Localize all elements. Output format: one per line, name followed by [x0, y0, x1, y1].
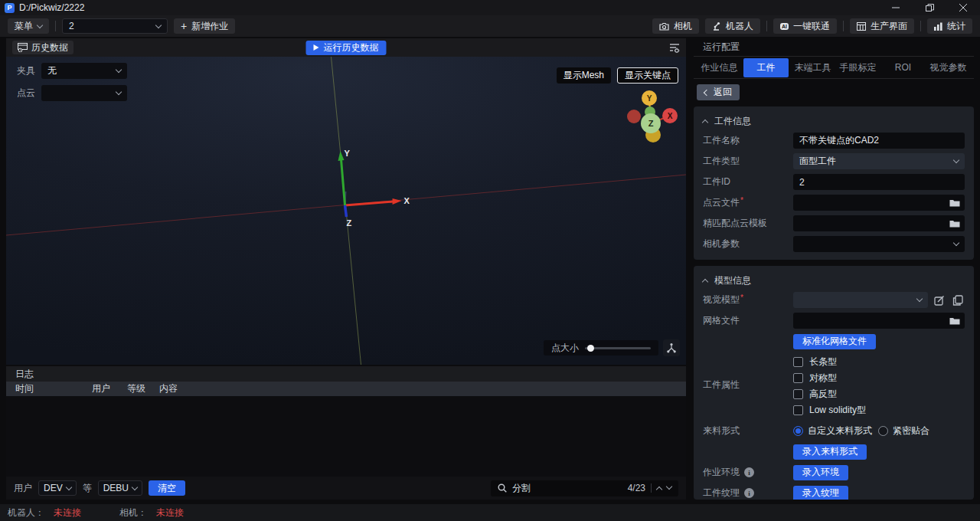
log-body[interactable] — [6, 396, 686, 477]
point-size-label: 点大小 — [551, 342, 579, 355]
workpiece-name-input[interactable] — [793, 133, 965, 149]
log-level-filter-select[interactable]: DEBU — [98, 480, 142, 496]
fixture-select-value: 无 — [47, 64, 116, 77]
viewport-selectors: 夹具 无 点云 — [17, 63, 127, 101]
chevron-down-icon — [116, 89, 122, 95]
checkbox-long-strip[interactable] — [793, 357, 803, 367]
robot-button[interactable]: 机器人 — [705, 18, 760, 34]
search-next-icon[interactable] — [666, 483, 672, 490]
menubar-right: 相机 机器人 AI 一键联通 生产界面 统计 — [652, 18, 972, 34]
workpiece-info-header[interactable]: 工件信息 — [703, 113, 965, 129]
folder-icon[interactable] — [949, 198, 960, 207]
mesh-file-label: 网格文件 — [703, 314, 793, 327]
job-select[interactable]: 2 — [62, 18, 168, 34]
search-prev-icon[interactable] — [656, 486, 662, 492]
chevron-down-icon — [916, 296, 923, 302]
tab-end-tool[interactable]: 末端工具 — [790, 58, 835, 77]
model-info-header[interactable]: 模型信息 — [703, 272, 965, 289]
info-icon[interactable]: i — [744, 467, 754, 477]
tab-job-info[interactable]: 作业信息 — [697, 58, 742, 77]
record-texture-button[interactable]: 录入纹理 — [793, 486, 848, 500]
workpiece-type-select[interactable]: 面型工件 — [793, 153, 965, 169]
z-axis-label: Z — [347, 218, 352, 228]
app-window: P D:/Pickwiz/2222 菜单 2 + 新增作业 — [0, 0, 980, 521]
clear-log-button[interactable]: 清空 — [149, 480, 185, 496]
collapse-icon — [702, 278, 708, 284]
display-settings-icon[interactable] — [668, 43, 680, 53]
vision-model-select[interactable] — [793, 292, 928, 308]
log-title: 日志 — [6, 366, 686, 382]
folder-icon[interactable] — [949, 316, 960, 325]
show-mesh-button[interactable]: 显示Mesh — [557, 67, 611, 84]
folder-icon[interactable] — [949, 219, 960, 228]
fit-view-button[interactable] — [663, 339, 680, 356]
tab-hand-eye-calib[interactable]: 手眼标定 — [835, 58, 880, 77]
bar-chart-icon — [934, 22, 942, 31]
chevron-down-icon — [116, 67, 122, 73]
show-keypoints-button[interactable]: 显示关键点 — [617, 67, 678, 84]
record-feed-form-button[interactable]: 录入来料形式 — [793, 444, 867, 460]
pointcloud-file-input[interactable] — [793, 195, 965, 211]
viewport-toolbar: 历史数据 运行历史数据 — [6, 38, 686, 57]
checkbox-symmetric[interactable] — [793, 373, 803, 383]
log-search-input[interactable] — [512, 483, 622, 493]
divider — [766, 21, 767, 31]
new-job-button[interactable]: + 新增作业 — [174, 18, 235, 34]
run-history-button[interactable]: 运行历史数据 — [306, 41, 387, 55]
world-axes: X Y Z — [6, 57, 686, 365]
record-env-button[interactable]: 录入环境 — [793, 465, 848, 480]
workpiece-id-input[interactable] — [793, 174, 965, 190]
camera-button[interactable]: 相机 — [652, 18, 699, 34]
log-user-filter-label: 用户 — [14, 482, 32, 495]
maximize-button[interactable] — [913, 0, 946, 15]
menubar: 菜单 2 + 新增作业 相机 机器人 AI 一键联通 — [0, 15, 980, 37]
model-info-card: 模型信息 视觉模型* — [694, 266, 974, 500]
grid-icon — [857, 22, 866, 31]
job-select-value: 2 — [69, 21, 156, 31]
new-job-label: 新增作业 — [191, 20, 228, 33]
restore-icon — [926, 4, 934, 12]
main-content: 历史数据 运行历史数据 — [0, 37, 980, 504]
radio-custom-feed[interactable] — [793, 426, 803, 436]
camera-params-select[interactable] — [793, 236, 965, 252]
fit-view-icon — [666, 342, 677, 353]
pointcloud-select[interactable] — [41, 85, 127, 101]
slider-knob[interactable] — [587, 345, 594, 352]
history-data-button[interactable]: 历史数据 — [12, 41, 74, 54]
edit-model-button[interactable] — [933, 293, 946, 307]
fine-match-template-input[interactable] — [793, 215, 965, 231]
one-key-connect-button[interactable]: AI 一键联通 — [773, 18, 837, 34]
copy-model-button[interactable] — [951, 293, 965, 307]
menu-button[interactable]: 菜单 — [8, 18, 49, 34]
tab-workpiece[interactable]: 工件 — [743, 58, 789, 77]
window-controls — [879, 0, 980, 15]
back-button[interactable]: 返回 — [697, 84, 740, 100]
radio-tight-fit[interactable] — [878, 426, 888, 436]
tab-roi[interactable]: ROI — [880, 59, 926, 76]
mesh-file-input[interactable] — [793, 313, 965, 329]
point-size-control: 点大小 — [544, 340, 658, 356]
info-icon[interactable]: i — [744, 488, 754, 498]
production-ui-button[interactable]: 生产界面 — [850, 18, 914, 34]
checkbox-high-reflective[interactable] — [793, 389, 803, 399]
close-button[interactable] — [946, 0, 980, 15]
chevron-down-icon — [132, 483, 138, 490]
vision-model-label: 视觉模型* — [703, 293, 793, 306]
chevron-down-icon — [65, 483, 71, 490]
checkbox-low-solidity[interactable] — [793, 405, 803, 415]
production-ui-label: 生产界面 — [871, 20, 907, 33]
radio-custom-feed-label: 自定义来料形式 — [808, 424, 872, 437]
fixture-select[interactable]: 无 — [41, 63, 127, 79]
workpiece-texture-label: 工件纹理i — [703, 487, 793, 500]
tab-vision-params[interactable]: 视觉参数 — [926, 58, 971, 77]
checkbox-symmetric-label: 对称型 — [809, 372, 837, 385]
normalize-mesh-button[interactable]: 标准化网格文件 — [793, 334, 876, 349]
point-size-slider[interactable] — [585, 347, 651, 349]
log-user-filter-select[interactable]: DEV — [38, 480, 77, 496]
3d-viewport[interactable]: X Y Z 夹具 无 点云 — [6, 57, 686, 365]
orientation-gizmo[interactable]: Z Y X — [619, 87, 686, 178]
workpiece-name-label: 工件名称 — [703, 134, 793, 147]
minimize-button[interactable] — [879, 0, 913, 15]
divider — [843, 21, 844, 31]
statistics-button[interactable]: 统计 — [927, 18, 972, 34]
